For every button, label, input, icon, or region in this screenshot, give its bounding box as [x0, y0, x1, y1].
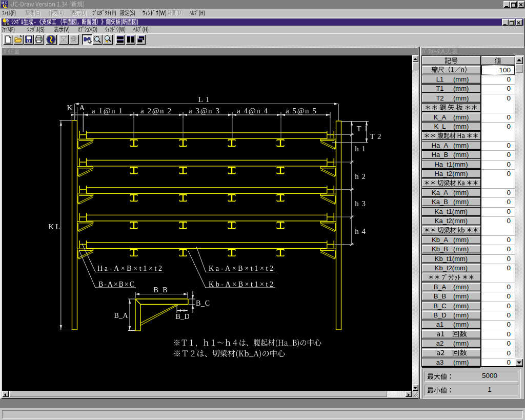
svg-text:a 1@n 1: a 1@n 1: [92, 107, 123, 115]
svg-text:h 4: h 4: [355, 227, 366, 235]
svg-text:K_L: K_L: [49, 223, 60, 231]
svg-text:a 4@n 4: a 4@n 4: [237, 107, 268, 115]
svg-text:Kb-A×B×t1×t2: Kb-A×B×t1×t2: [209, 281, 273, 288]
svg-text:T 2: T 2: [370, 132, 381, 141]
svg-text:a 3@n 3: a 3@n 3: [189, 107, 219, 115]
svg-text:B_B: B_B: [154, 286, 168, 294]
svg-text:B-A×B×C: B-A×B×C: [98, 281, 134, 288]
svg-text:Ka-A×B×t1×t2: Ka-A×B×t1×t2: [209, 265, 273, 272]
svg-text:h 3: h 3: [355, 199, 366, 208]
svg-text:h 2: h 2: [355, 172, 366, 181]
svg-text:B_D: B_D: [176, 313, 190, 321]
svg-text:B_C: B_C: [196, 299, 210, 307]
svg-text:a 2@n 2: a 2@n 2: [140, 107, 171, 115]
svg-text:T 1: T 1: [356, 125, 368, 133]
svg-text:A: A: [79, 104, 85, 112]
svg-text:B_A: B_A: [114, 312, 129, 319]
svg-text:L 1: L 1: [198, 95, 210, 104]
svg-text:a 5@n 5: a 5@n 5: [286, 107, 316, 115]
svg-text:Ha-A×B×t1×t2: Ha-A×B×t1×t2: [97, 265, 162, 272]
svg-text:h 1: h 1: [355, 145, 366, 153]
